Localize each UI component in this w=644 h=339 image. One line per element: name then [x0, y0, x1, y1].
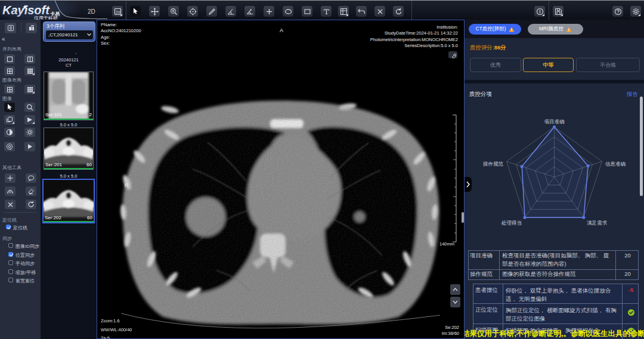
svg-text:2d: 2d [116, 10, 120, 14]
svg-text:信息准确: 信息准确 [605, 161, 626, 167]
svg-text:满足需求: 满足需求 [587, 220, 608, 226]
svg-text:操作规范: 操作规范 [482, 161, 504, 167]
svg-text:处理得当: 处理得当 [501, 220, 522, 226]
svg-text:项目准确: 项目准确 [544, 119, 565, 125]
